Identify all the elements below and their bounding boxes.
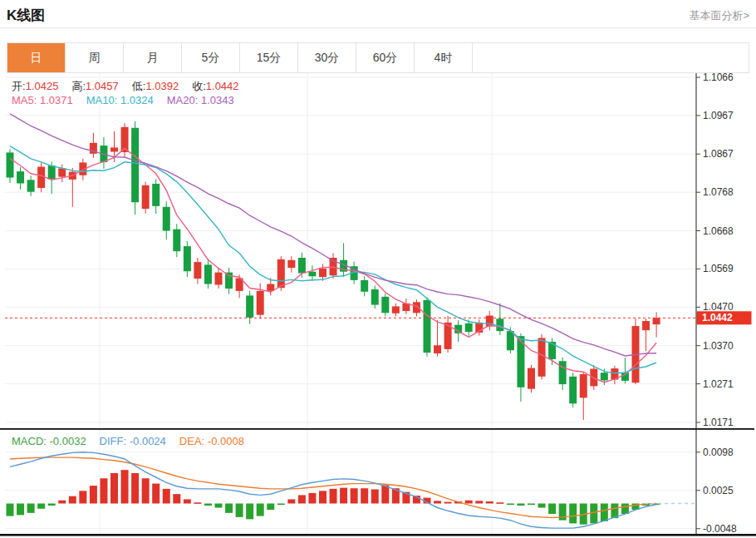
tab-周[interactable]: 周 [66,43,124,72]
tab-60分[interactable]: 60分 [356,43,415,72]
tab-5分[interactable]: 5分 [182,43,240,72]
diff-value: -0.0024 [130,435,166,447]
high-value: 1.0457 [86,80,119,92]
ma10-value: 1.0324 [120,94,154,106]
macd-legend: MACD: -0.0032DIFF: -0.0024DEA: -0.0008 [12,435,244,447]
ma20-value: 1.0343 [201,94,234,106]
price-axis-label: 1.0668 [703,225,734,237]
price-axis-label: 1.0470 [703,301,734,313]
ma-legend: MA5: 1.0371MA10: 1.0324MA20: 1.0343 [12,94,234,106]
tab-30分[interactable]: 30分 [298,43,356,72]
dea-value: -0.0008 [208,435,244,447]
ma20-label: MA20: [167,94,199,106]
tab-日[interactable]: 日 [7,43,66,72]
price-axis-label: 1.0967 [703,110,734,121]
kline-widget: K线图 基本面分析> 日周月5分15分30分60分4时 1.10661.0967… [0,0,756,538]
header-divider [0,27,756,28]
ma5-value: 1.0371 [40,94,73,106]
close-label: 收: [192,80,206,92]
fundamental-analysis-link[interactable]: 基本面分析> [689,8,749,23]
macd-value: -0.0032 [50,435,86,447]
ma5-label: MA5: [12,94,37,106]
price-axis-label: 1.0171 [703,417,734,428]
high-label: 高: [71,80,86,92]
main-chart-area[interactable] [5,73,696,535]
open-value: 1.0425 [26,80,59,92]
macd-axis-label: 0.0098 [703,447,734,458]
macd-label: MACD: [12,435,47,447]
macd-axis-label: -0.0048 [703,523,737,535]
period-tab-bar: 日周月5分15分30分60分4时 [7,42,749,73]
dea-label: DEA: [179,435,204,447]
tab-月[interactable]: 月 [124,43,182,72]
close-value: 1.0442 [206,80,239,92]
ma10-label: MA10: [86,94,118,106]
diff-label: DIFF: [100,435,127,447]
price-axis-label: 1.0569 [703,263,734,274]
price-axis-label: 1.0867 [703,148,734,160]
current-price-tag-text: 1.0442 [702,312,733,323]
open-label: 开: [12,80,26,92]
ohlc-legend: 开:1.0425高:1.0457低:1.0392收:1.0442 [12,79,239,94]
low-label: 低: [132,80,146,92]
tab-4时[interactable]: 4时 [415,43,473,72]
price-axis-label: 1.1066 [703,72,734,83]
price-axis-label: 1.0768 [703,186,734,198]
price-axis-label: 1.0271 [703,378,734,390]
tab-15分[interactable]: 15分 [240,43,298,72]
price-axis-label: 1.0370 [703,340,734,352]
macd-axis-label: 0.0025 [703,485,734,496]
page-title: K线图 [7,6,45,25]
low-value: 1.0392 [145,80,179,92]
